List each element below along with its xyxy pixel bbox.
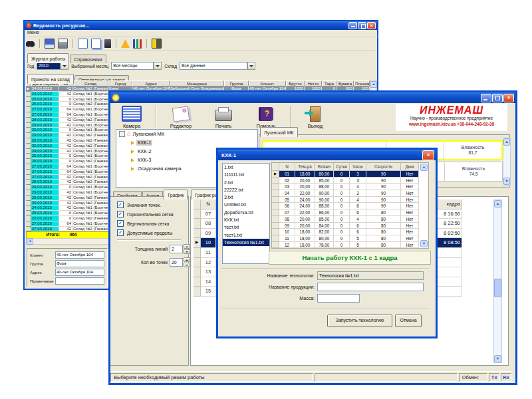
grid-row[interactable]: 0624,0088,000690Нет [272, 203, 428, 209]
tree-collapse-icon[interactable]: − [119, 131, 125, 137]
toolbar-button-exit[interactable]: Выход [297, 104, 334, 134]
column-header[interactable]: Город [108, 80, 132, 86]
scroll-up-button[interactable]: ▲ [370, 81, 377, 88]
main-window-titlebar[interactable]: × [110, 92, 515, 103]
search-icon[interactable] [26, 39, 35, 48]
field-input[interactable] [317, 283, 424, 291]
month-dropdown-button[interactable] [154, 62, 162, 70]
scroll-down-button[interactable]: ▼ [420, 240, 428, 247]
column-header[interactable]: Брутто [286, 80, 305, 86]
print-icon[interactable] [58, 39, 68, 49]
tree-root-luganskiy-mk[interactable]: −⌂Луганский МК [116, 130, 257, 138]
spin-down-button[interactable] [184, 249, 190, 254]
restore-button[interactable] [358, 22, 366, 29]
spin-up-button[interactable] [184, 257, 190, 262]
spinner-value[interactable]: 20 [170, 258, 183, 267]
minimize-button[interactable] [348, 22, 357, 29]
new-doc-icon[interactable] [78, 39, 88, 49]
grid-row[interactable]: 0820,0085,000480Нет [272, 216, 428, 223]
file-item[interactable]: 1.txt [223, 164, 269, 171]
checkbox[interactable]: ✓ [117, 229, 124, 236]
field-input[interactable]: Технология №1.txt [317, 271, 424, 280]
copy-doc-icon[interactable] [91, 39, 101, 49]
cell: 85,00 [315, 216, 334, 223]
minimize-button[interactable] [481, 94, 491, 102]
grid-row[interactable]: 0920,0084,000680Нет [272, 223, 428, 229]
column-header[interactable]: Менеджер [170, 80, 224, 86]
scroll-up-button[interactable]: ▲ [420, 164, 428, 171]
frame-number-cell: 09 [201, 229, 216, 239]
menu-bar[interactable]: Меню [25, 30, 380, 37]
file-item[interactable]: 2.txt [223, 179, 269, 186]
column-header[interactable]: Клиент [249, 80, 286, 86]
scrollbar-thumb[interactable] [494, 279, 501, 297]
column-header[interactable]: Нетто [305, 80, 322, 86]
cancel-button[interactable]: Отмена [395, 315, 422, 327]
checkbox[interactable]: ✓ [117, 211, 124, 217]
field-input[interactable]: Фора [55, 260, 104, 267]
report-icon[interactable] [121, 39, 130, 48]
close-button[interactable]: × [503, 94, 514, 102]
chart-icon[interactable] [133, 39, 142, 49]
resources-window-titlebar[interactable]: Ведомость ресурсов... × [25, 21, 377, 30]
restore-button[interactable] [492, 94, 503, 102]
grid-row[interactable]: ▶0118,0080,000390Нет [272, 171, 428, 178]
grid-row[interactable]: 1118,0080,000580Нет [272, 235, 428, 242]
file-item[interactable]: тест.txt [223, 223, 269, 231]
file-item[interactable]: КХК.txt [223, 216, 269, 223]
grid-row[interactable]: 0722,0086,000680Нет [272, 209, 428, 216]
store-combo[interactable]: Все данные [180, 62, 255, 70]
grid-row[interactable]: 1218,0078,000580Нет [272, 242, 428, 249]
column-header[interactable]: Группа [224, 80, 249, 86]
technology-file-list[interactable]: 1.txt111111.txt2.txt22222.txt3.txtUntitl… [222, 163, 270, 264]
delete-icon[interactable] [104, 39, 111, 48]
column-header[interactable]: Адрес [132, 80, 170, 86]
store-dropdown-button[interactable] [247, 62, 255, 70]
save-icon[interactable] [45, 39, 55, 49]
spin-up-button[interactable] [184, 244, 190, 249]
file-item[interactable]: Доработка.txt [223, 209, 269, 216]
run-technology-button[interactable]: Запустить технологию [327, 315, 392, 327]
column-header[interactable]: Бумага [336, 80, 354, 86]
grid-row[interactable]: 0524,0090,000490Нет [272, 197, 428, 203]
scroll-up-button[interactable]: ▲ [503, 138, 510, 146]
scroll-down-button[interactable]: ▼ [503, 178, 510, 185]
tab-warehouse-1[interactable]: Принято на склад [27, 74, 74, 84]
file-item[interactable]: 111111.txt [223, 171, 269, 178]
checkbox[interactable]: ✓ [117, 220, 124, 227]
close-button[interactable]: × [367, 22, 376, 29]
column-header[interactable]: Склад [72, 80, 108, 86]
month-combo[interactable]: Все месяцы [111, 62, 162, 70]
file-item[interactable]: 3.txt [223, 194, 269, 201]
checkbox[interactable]: ✓ [117, 201, 124, 208]
schedule-scrollbar[interactable]: ▲ ▼ [493, 200, 502, 363]
grid-row[interactable]: 0220,0085,000390Нет [272, 178, 428, 184]
cell: Склад №1 (Бортнева) [72, 149, 108, 154]
tab-options-3[interactable]: График [164, 190, 188, 200]
tab-journal-1[interactable]: Журнал работы [27, 53, 69, 63]
field-input[interactable]: 40-лет Октября 104 [55, 269, 104, 276]
scroll-up-button[interactable]: ▲ [494, 200, 501, 207]
dialog-titlebar[interactable]: КХК-1 × [218, 150, 436, 160]
file-item[interactable]: тест1.txt [223, 231, 269, 239]
spin-down-button[interactable] [184, 263, 190, 267]
tab-luganskiy-mk[interactable]: Луганский МК [260, 127, 298, 137]
grid-row[interactable]: 0422,0090,000390Нет [272, 190, 428, 197]
file-item[interactable]: Untitled.txt [223, 201, 269, 208]
column-header[interactable]: Пленка [354, 80, 370, 86]
field-input[interactable]: 40-лет Октября 104 [55, 251, 104, 259]
tree-item-кхк-1[interactable]: КХК-1 [116, 138, 257, 147]
scroll-left-button[interactable]: ◄ [27, 238, 33, 245]
field-input[interactable] [317, 294, 360, 303]
grid-row[interactable]: 1018,0082,000680Нет [272, 229, 428, 235]
close-button[interactable]: × [422, 150, 434, 160]
column-header[interactable]: Тара [322, 80, 336, 86]
file-item[interactable]: Технология №1.txt [223, 239, 269, 246]
scroll-down-button[interactable]: ▼ [494, 355, 501, 362]
grid-row[interactable]: 0320,0088,000490Нет [272, 184, 428, 190]
file-item[interactable]: 22222.txt [223, 186, 269, 194]
spinner-value[interactable]: 2 [170, 245, 183, 253]
field-input[interactable] [55, 277, 104, 285]
status-scrollbar[interactable]: ▲ ▼ [503, 138, 511, 186]
exit-icon[interactable] [152, 39, 162, 49]
